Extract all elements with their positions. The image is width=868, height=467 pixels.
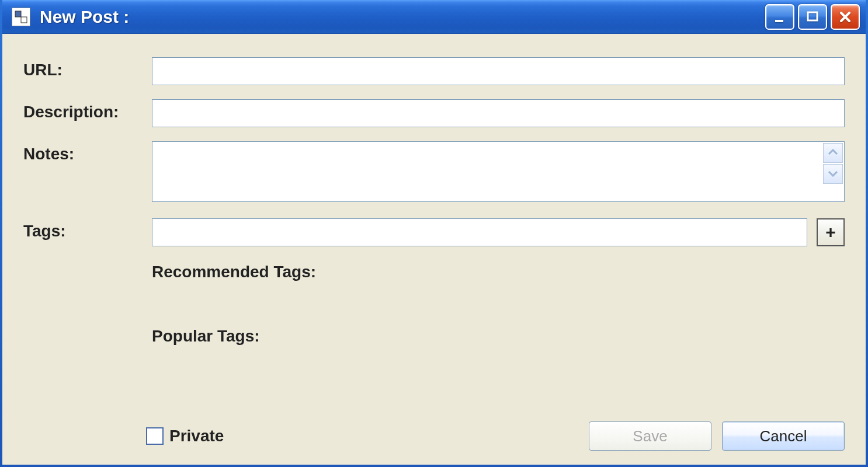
url-label: URL: bbox=[23, 57, 146, 79]
window-title: New Post : bbox=[40, 7, 765, 27]
form: URL: Description: Notes: bbox=[23, 57, 845, 346]
chevron-down-icon bbox=[828, 169, 838, 179]
cancel-button[interactable]: Cancel bbox=[722, 421, 845, 451]
notes-scroll bbox=[823, 143, 843, 184]
notes-wrapper bbox=[152, 141, 845, 204]
description-label: Description: bbox=[23, 99, 146, 121]
svg-rect-0 bbox=[15, 11, 21, 17]
titlebar[interactable]: New Post : bbox=[2, 0, 866, 34]
notes-scroll-up[interactable] bbox=[823, 143, 843, 163]
description-input[interactable] bbox=[152, 99, 845, 127]
new-post-window: New Post : URL: Description: Notes: bbox=[0, 0, 868, 467]
private-checkbox[interactable] bbox=[146, 427, 164, 445]
recommended-tags-label: Recommended Tags: bbox=[152, 263, 845, 281]
tags-label: Tags: bbox=[23, 218, 146, 241]
maximize-button[interactable] bbox=[798, 4, 827, 30]
notes-label: Notes: bbox=[23, 141, 146, 163]
window-controls bbox=[765, 4, 860, 30]
close-button[interactable] bbox=[831, 4, 860, 30]
tags-row: + bbox=[152, 218, 845, 246]
svg-rect-2 bbox=[775, 20, 783, 22]
client-area: URL: Description: Notes: bbox=[2, 34, 866, 465]
minimize-button[interactable] bbox=[765, 4, 794, 30]
chevron-up-icon bbox=[828, 148, 838, 158]
private-label: Private bbox=[169, 427, 224, 445]
private-wrapper: Private bbox=[146, 427, 224, 445]
tag-sections: Recommended Tags: Popular Tags: bbox=[152, 260, 845, 346]
footer: Private Save Cancel bbox=[23, 421, 845, 451]
app-icon bbox=[12, 8, 30, 26]
tags-input[interactable] bbox=[152, 218, 807, 246]
url-input[interactable] bbox=[152, 57, 845, 85]
svg-rect-1 bbox=[21, 17, 27, 23]
add-tag-button[interactable]: + bbox=[817, 218, 845, 246]
save-button[interactable]: Save bbox=[589, 421, 711, 451]
popular-tags-label: Popular Tags: bbox=[152, 327, 845, 346]
notes-scroll-down[interactable] bbox=[823, 164, 843, 184]
svg-rect-3 bbox=[808, 12, 817, 20]
notes-input[interactable] bbox=[152, 141, 845, 202]
